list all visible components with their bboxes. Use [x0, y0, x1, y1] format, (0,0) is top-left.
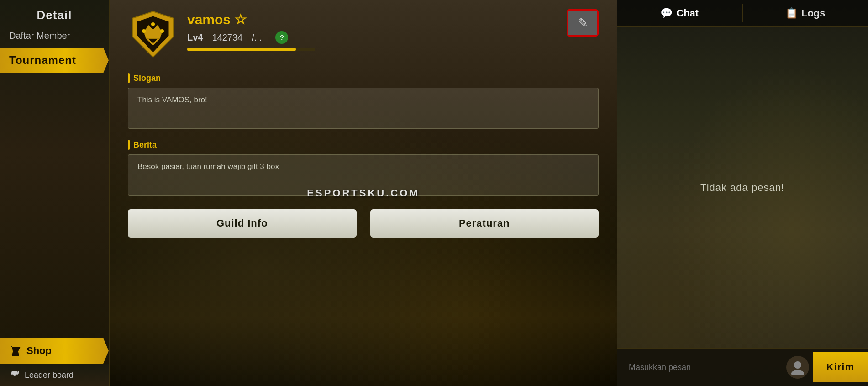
slogan-section: Slogan This is VAMOS, bro! — [128, 73, 599, 129]
chat-input[interactable] — [624, 359, 783, 376]
berita-bar — [128, 140, 130, 150]
content-wrapper: vamos ☆ Lv4 142734 /... ? ✎ — [128, 9, 599, 196]
xp-bar-fill — [187, 48, 296, 51]
guild-xp: 142734 — [212, 32, 242, 43]
trophy-icon — [9, 370, 20, 381]
sidebar: Detail Daftar Member Tournament Shop Lea… — [0, 0, 110, 386]
guild-info-button[interactable]: Guild Info — [128, 209, 357, 238]
send-button[interactable]: Kirim — [813, 352, 868, 382]
peraturan-button[interactable]: Peraturan — [370, 209, 599, 238]
guild-level: Lv4 — [187, 32, 203, 43]
guild-emblem — [128, 9, 178, 59]
main-content: vamos ☆ Lv4 142734 /... ? ✎ — [110, 0, 617, 386]
svg-point-3 — [142, 29, 146, 33]
svg-point-4 — [151, 22, 155, 26]
guild-name-row: vamos ☆ — [187, 11, 599, 27]
xp-bar-container — [187, 48, 315, 51]
berita-label: Berita — [133, 140, 157, 150]
tab-chat[interactable]: 💬 Chat — [617, 0, 742, 26]
shop-label: Shop — [26, 345, 52, 357]
berita-label-row: Berita — [128, 140, 599, 150]
berita-text-box: Besok pasiar, tuan rumah wajib gift 3 bo… — [128, 154, 599, 196]
berita-text: Besok pasiar, tuan rumah wajib gift 3 bo… — [137, 162, 279, 171]
online-badge: ? — [275, 31, 288, 44]
sidebar-bottom: Shop Leader board — [0, 338, 109, 386]
edit-button[interactable]: ✎ — [567, 9, 599, 37]
svg-point-5 — [160, 29, 164, 33]
chat-avatar — [786, 356, 809, 379]
slogan-label-row: Slogan — [128, 73, 599, 83]
guild-info-top: vamos ☆ Lv4 142734 /... ? — [187, 9, 599, 51]
sidebar-item-leaderboard[interactable]: Leader board — [0, 364, 109, 386]
slogan-text: This is VAMOS, bro! — [137, 95, 207, 104]
svg-point-8 — [791, 370, 804, 375]
slogan-label: Slogan — [133, 74, 161, 83]
sidebar-title: Detail — [0, 0, 109, 27]
guild-name-text: vamos — [187, 12, 231, 27]
chat-tabs: 💬 Chat 📋 Logs — [617, 0, 868, 27]
sidebar-item-shop[interactable]: Shop — [0, 338, 109, 364]
edit-icon: ✎ — [578, 16, 588, 31]
avatar-icon — [789, 359, 806, 375]
tab-chat-label: Chat — [676, 7, 699, 19]
logs-tab-icon: 📋 — [785, 7, 798, 19]
sidebar-item-tournament[interactable]: Tournament — [0, 48, 109, 73]
guild-name-suffix: ☆ — [234, 11, 247, 27]
slogan-bar — [128, 73, 130, 83]
leaderboard-label: Leader board — [25, 370, 74, 380]
sidebar-daftar-member[interactable]: Daftar Member — [0, 27, 109, 48]
tab-logs[interactable]: 📋 Logs — [743, 0, 868, 26]
chat-body: Tidak ada pesan! — [617, 27, 868, 348]
chat-panel: 💬 Chat 📋 Logs Tidak ada pesan! Kirim — [617, 0, 868, 386]
bottom-buttons: Guild Info Peraturan — [128, 209, 599, 238]
no-message-text: Tidak ada pesan! — [700, 182, 784, 194]
shop-icon — [9, 344, 22, 357]
guild-emblem-svg — [130, 9, 176, 59]
guild-xp-suffix: /... — [252, 32, 262, 43]
berita-section: Berita Besok pasiar, tuan rumah wajib gi… — [128, 140, 599, 196]
svg-point-7 — [794, 361, 801, 369]
chat-input-row: Kirim — [617, 348, 868, 386]
tab-logs-label: Logs — [801, 7, 826, 19]
slogan-text-box: This is VAMOS, bro! — [128, 88, 599, 129]
guild-header: vamos ☆ Lv4 142734 /... ? ✎ — [128, 9, 599, 59]
chat-tab-icon: 💬 — [660, 7, 673, 19]
guild-level-row: Lv4 142734 /... ? — [187, 31, 599, 44]
